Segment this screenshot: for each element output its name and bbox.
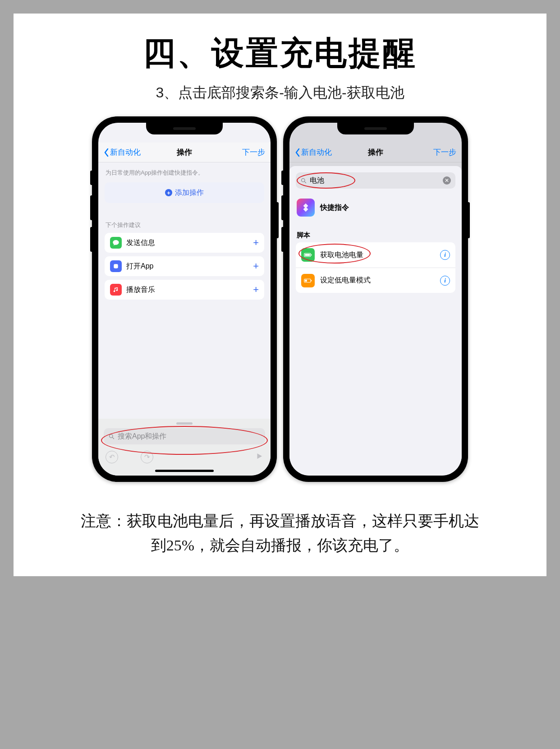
options-list: 获取电池电量 i 设定低电量模式 i [296, 242, 455, 293]
option-get-battery[interactable]: 获取电池电量 i [296, 242, 455, 268]
navbar: 新自动化 操作 下一步 [98, 143, 271, 162]
chevron-left-icon [295, 148, 300, 157]
svg-rect-7 [305, 279, 307, 282]
suggestion-item[interactable]: 发送信息 + [105, 233, 264, 253]
svg-rect-4 [305, 254, 310, 256]
message-icon [110, 237, 122, 249]
grabber-handle[interactable] [176, 422, 193, 425]
info-icon[interactable]: i [440, 250, 450, 260]
phone-mockup-1: 新自动化 操作 下一步 为日常使用的App操作创建快捷指令。 + 添加操作 下个… [92, 116, 277, 482]
plus-circle-icon: + [165, 189, 172, 196]
info-icon[interactable]: i [440, 276, 450, 286]
phone2-screen: 新自动化 操作 下一步 电池 ✕ [289, 123, 462, 476]
option-low-power[interactable]: 设定低电量模式 i [296, 268, 455, 293]
suggestions-header: 下个操作建议 [98, 203, 271, 233]
shortcuts-app-icon [297, 199, 315, 217]
clear-button[interactable]: ✕ [443, 176, 451, 185]
section-header: 脚本 [289, 222, 462, 242]
plus-icon: + [253, 284, 259, 296]
back-label: 新自动化 [110, 147, 141, 157]
search-input[interactable]: 电池 ✕ [296, 172, 455, 189]
phone1-screen: 新自动化 操作 下一步 为日常使用的App操作创建快捷指令。 + 添加操作 下个… [98, 123, 271, 476]
notch [146, 123, 223, 134]
note-line-1: 注意：获取电池电量后，再设置播放语音，这样只要手机达 [32, 509, 528, 533]
shortcuts-label: 快捷指令 [320, 203, 349, 213]
music-icon [110, 284, 122, 296]
undo-button[interactable]: ↶ [106, 451, 118, 463]
content-area: 为日常使用的App操作创建快捷指令。 + 添加操作 下个操作建议 发送信息 + [98, 162, 271, 476]
suggestions-list: 发送信息 + 打开App + [98, 233, 271, 300]
hint-text: 为日常使用的App操作创建快捷指令。 [98, 162, 271, 182]
note-line-2: 到25%，就会自动播报，你该充电了。 [32, 533, 528, 558]
search-input[interactable]: 搜索App和操作 [104, 428, 265, 444]
nav-title: 操作 [177, 147, 192, 157]
plus-icon: + [253, 237, 259, 249]
nav-title: 操作 [368, 147, 383, 157]
search-placeholder: 搜索App和操作 [118, 432, 166, 441]
battery-icon [301, 248, 315, 262]
suggestion-item[interactable]: 打开App + [105, 256, 264, 276]
chevron-left-icon [104, 148, 109, 157]
svg-rect-5 [311, 254, 312, 256]
toolbar: ↶ ↷ [98, 447, 271, 467]
footer-note: 注意：获取电池电量后，再设置播放语音，这样只要手机达 到25%，就会自动播报，你… [32, 509, 528, 558]
shortcuts-app-row[interactable]: 快捷指令 [289, 193, 462, 222]
redo-button[interactable]: ↷ [141, 451, 153, 463]
navbar: 新自动化 操作 下一步 [289, 143, 462, 162]
svg-point-1 [110, 434, 113, 438]
svg-rect-8 [311, 280, 312, 281]
back-label: 新自动化 [301, 147, 332, 157]
phones-row: 新自动化 操作 下一步 为日常使用的App操作创建快捷指令。 + 添加操作 下个… [32, 116, 528, 482]
suggestion-label: 播放音乐 [126, 285, 155, 295]
notch [337, 123, 414, 134]
search-value: 电池 [310, 176, 324, 185]
plus-icon: + [253, 260, 259, 272]
next-button[interactable]: 下一步 [242, 147, 265, 157]
bottom-sheet-bar: 搜索App和操作 ↶ ↷ [98, 419, 271, 476]
add-action-label: 添加操作 [175, 188, 204, 198]
search-icon [300, 177, 307, 184]
page-title: 四、设置充电提醒 [32, 32, 528, 75]
app-icon [110, 260, 122, 272]
play-button[interactable] [255, 452, 263, 462]
phone-mockup-2: 新自动化 操作 下一步 电池 ✕ [283, 116, 468, 482]
option-label: 设定低电量模式 [320, 276, 371, 285]
option-label: 获取电池电量 [320, 250, 363, 260]
svg-point-2 [302, 178, 305, 182]
add-action-button[interactable]: + 添加操作 [105, 182, 264, 203]
content-area: 电池 ✕ 快捷指令 脚本 [289, 162, 462, 476]
suggestion-label: 发送信息 [126, 238, 155, 248]
next-button[interactable]: 下一步 [433, 147, 456, 157]
page-subtitle: 3、点击底部搜索条-输入电池-获取电池 [32, 83, 528, 103]
search-icon [108, 433, 115, 440]
tutorial-page: 四、设置充电提醒 3、点击底部搜索条-输入电池-获取电池 新自动化 操作 下一步… [14, 14, 546, 576]
low-battery-icon [301, 274, 315, 287]
search-sheet: 电池 ✕ 快捷指令 脚本 [289, 166, 462, 476]
suggestion-item[interactable]: 播放音乐 + [105, 280, 264, 300]
svg-rect-0 [114, 264, 118, 268]
back-button[interactable]: 新自动化 [104, 147, 141, 157]
home-indicator [155, 470, 214, 472]
back-button[interactable]: 新自动化 [295, 147, 332, 157]
suggestion-label: 打开App [126, 262, 153, 271]
